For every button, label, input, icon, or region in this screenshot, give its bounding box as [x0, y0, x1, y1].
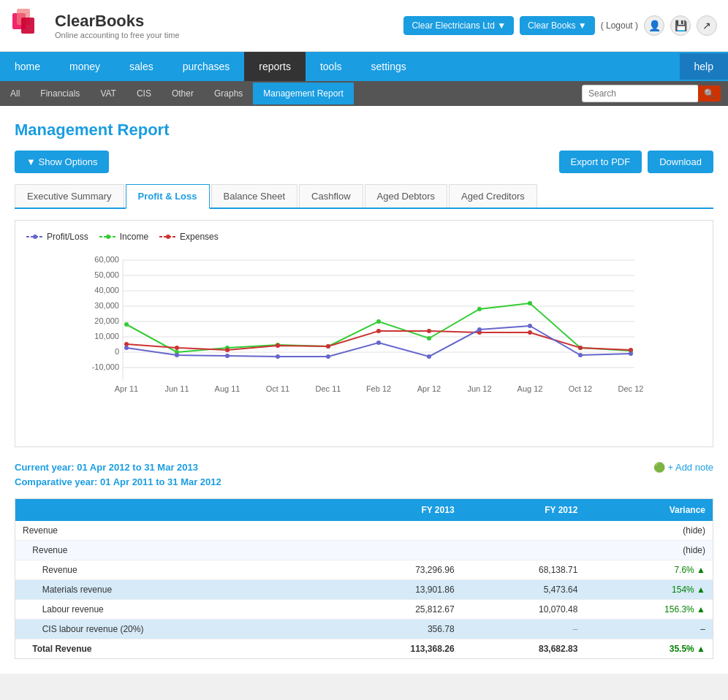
nav-money[interactable]: money: [55, 52, 115, 81]
svg-point-44: [477, 307, 482, 311]
svg-point-69: [629, 351, 633, 356]
help-button[interactable]: help: [680, 53, 728, 80]
legend-expenses-label: Expenses: [180, 232, 219, 242]
search-area: 🔍: [575, 81, 728, 106]
svg-point-4: [33, 235, 37, 239]
logout-text: ( Logout ): [601, 20, 638, 31]
subnav-other[interactable]: Other: [162, 83, 204, 104]
row-label: Revenue: [15, 560, 327, 580]
svg-text:Dec 11: Dec 11: [316, 384, 341, 393]
current-year-label: Current year: 01 Apr 2012 to 31 Mar 2013: [15, 462, 221, 473]
svg-text:30,000: 30,000: [94, 301, 119, 310]
svg-point-43: [427, 336, 431, 341]
share-icon-btn[interactable]: ↗: [697, 15, 717, 36]
add-note-label[interactable]: + Add note: [667, 462, 713, 473]
svg-text:10,000: 10,000: [94, 332, 119, 341]
nav-reports[interactable]: reports: [244, 52, 306, 81]
logo-title: ClearBooks: [55, 12, 180, 31]
row-variance: (hide): [585, 541, 713, 560]
row-variance: (hide): [585, 521, 713, 541]
company-selector[interactable]: Clear Electricians Ltd ▼: [403, 16, 514, 35]
svg-point-42: [376, 319, 381, 324]
svg-text:Jun 12: Jun 12: [467, 384, 491, 393]
table-row: Labour revenue 25,812.67 10,070.48 156.3…: [15, 600, 713, 620]
tab-balance-sheet[interactable]: Balance Sheet: [211, 184, 298, 208]
subnav-financials[interactable]: Financials: [30, 83, 90, 104]
nav-purchases[interactable]: purchases: [168, 52, 245, 81]
product-selector[interactable]: Clear Books ▼: [520, 16, 595, 35]
svg-point-45: [528, 301, 532, 305]
row-fy2012: [462, 521, 585, 541]
legend-income: Income: [99, 232, 148, 242]
add-note-icon: 🟢: [653, 462, 665, 473]
export-pdf-button[interactable]: Export to PDF: [559, 151, 642, 173]
row-variance: –: [585, 620, 713, 639]
info-row: Current year: 01 Apr 2012 to 31 Mar 2013…: [15, 462, 713, 491]
col-variance: Variance: [585, 499, 713, 521]
svg-text:Apr 11: Apr 11: [115, 384, 138, 393]
svg-text:Dec 12: Dec 12: [618, 384, 644, 393]
svg-point-53: [376, 329, 381, 333]
tab-executive-summary[interactable]: Executive Summary: [15, 184, 124, 208]
legend-income-label: Income: [120, 232, 148, 242]
svg-point-62: [276, 354, 280, 359]
row-label: CIS labour revenue (20%): [15, 620, 327, 639]
svg-text:Oct 12: Oct 12: [569, 384, 592, 393]
search-input[interactable]: [582, 85, 699, 102]
svg-text:Feb 12: Feb 12: [366, 384, 391, 393]
row-fy2013: 13,901.86: [327, 580, 461, 600]
line-chart: .chart-grid line { stroke: #e0e0e0; stro…: [79, 246, 649, 435]
app-header: ClearBooks Online accounting to free you…: [0, 0, 728, 52]
tab-aged-debtors[interactable]: Aged Debtors: [365, 184, 448, 208]
add-note-button[interactable]: 🟢 + Add note: [653, 462, 713, 473]
table-header-row: FY 2013 FY 2012 Variance: [15, 499, 713, 521]
subnav-cis[interactable]: CIS: [126, 83, 162, 104]
subnav-vat[interactable]: VAT: [90, 83, 126, 104]
sub-nav: All Financials VAT CIS Other Graphs Mana…: [0, 81, 728, 106]
financial-table: FY 2013 FY 2012 Variance Revenue (hide) …: [15, 499, 713, 659]
main-content: Management Report ▼ Show Options Export …: [0, 106, 728, 674]
user-icon-btn[interactable]: 👤: [644, 15, 664, 36]
row-fy2013: 25,812.67: [327, 600, 461, 620]
svg-point-66: [477, 327, 482, 332]
svg-point-59: [124, 346, 129, 350]
comparative-year-label: Comparative year: 01 Apr 2011 to 31 Mar …: [15, 476, 221, 487]
tab-profit-loss[interactable]: Profit & Loss: [126, 184, 210, 209]
nav-tools[interactable]: tools: [306, 52, 357, 81]
svg-text:20,000: 20,000: [94, 316, 119, 325]
svg-text:50,000: 50,000: [94, 270, 119, 279]
nav-settings[interactable]: settings: [357, 52, 421, 81]
row-fy2012: 83,682.83: [462, 639, 585, 659]
download-button[interactable]: Download: [648, 151, 713, 173]
col-fy2013: FY 2013: [327, 499, 461, 521]
svg-text:Jun 11: Jun 11: [164, 384, 189, 393]
svg-point-37: [124, 322, 129, 327]
tab-aged-creditors[interactable]: Aged Creditors: [449, 184, 537, 208]
row-fy2012: –: [462, 620, 585, 639]
row-label: Labour revenue: [15, 600, 327, 620]
legend-profit-loss: Profit/Loss: [26, 232, 88, 242]
nav-sales[interactable]: sales: [115, 52, 168, 81]
row-variance: 7.6% ▲: [585, 560, 713, 580]
expenses-legend-icon: [159, 234, 177, 240]
header-controls: Clear Electricians Ltd ▼ Clear Books ▼ (…: [403, 15, 717, 36]
legend-profit-loss-label: Profit/Loss: [47, 232, 88, 242]
main-nav: home money sales purchases reports tools…: [0, 52, 728, 81]
col-label: [15, 499, 327, 521]
tab-cashflow[interactable]: Cashflow: [299, 184, 363, 208]
subnav-graphs[interactable]: Graphs: [204, 83, 253, 104]
save-icon-btn[interactable]: 💾: [670, 15, 691, 36]
show-options-button[interactable]: ▼ Show Options: [15, 151, 109, 173]
svg-point-60: [175, 353, 179, 357]
row-label: Total Revenue: [15, 639, 327, 659]
svg-point-57: [578, 346, 583, 350]
page-title: Management Report: [15, 121, 713, 140]
year-info: Current year: 01 Apr 2012 to 31 Mar 2013…: [15, 462, 221, 491]
search-button[interactable]: 🔍: [698, 85, 721, 102]
financial-table-wrapper[interactable]: FY 2013 FY 2012 Variance Revenue (hide) …: [15, 498, 713, 659]
subnav-all[interactable]: All: [0, 83, 30, 104]
svg-text:Oct 11: Oct 11: [266, 384, 289, 393]
nav-home[interactable]: home: [0, 52, 55, 81]
svg-text:Aug 12: Aug 12: [517, 384, 543, 393]
subnav-management-report[interactable]: Management Report: [253, 83, 353, 104]
